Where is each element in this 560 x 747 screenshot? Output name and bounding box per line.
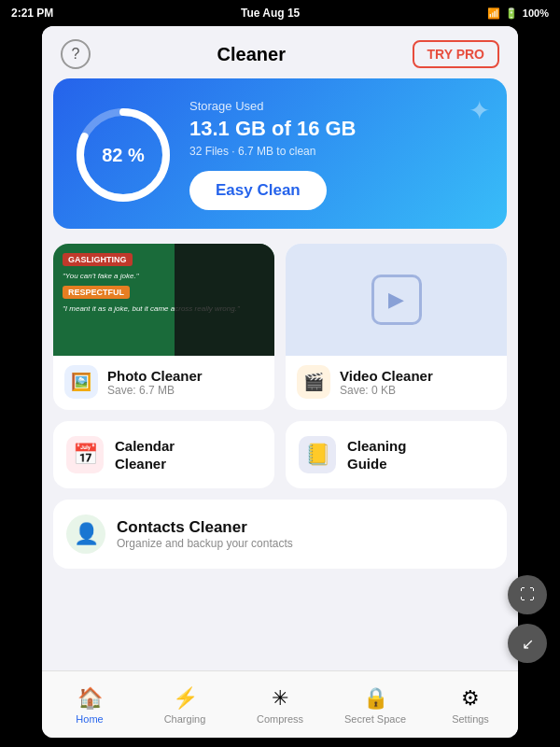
contacts-cleaner-card[interactable]: 👤 Contacts Cleaner Organize and backup y… — [53, 500, 507, 569]
status-indicators: 📶 🔋 100% — [487, 7, 549, 20]
bottom-cards: 📅 CalendarCleaner 📒 CleaningGuide — [53, 421, 507, 488]
compress-icon: ✳ — [272, 686, 288, 711]
secret-space-icon: 🔒 — [363, 686, 388, 711]
video-cleaner-save: Save: 0 KB — [340, 384, 433, 397]
storage-files: 32 Files · 6.7 MB to clean — [189, 145, 488, 158]
respectful-label: RESPECTFUL — [63, 286, 130, 299]
contacts-info: Contacts Cleaner Organize and backup you… — [117, 518, 293, 550]
battery-icon: 🔋 — [505, 7, 518, 20]
nav-compress-label: Compress — [257, 713, 303, 725]
gas-label: GASLIGHTING — [63, 253, 133, 266]
nav-charging-label: Charging — [164, 713, 206, 725]
nav-settings[interactable]: ⚙ Settings — [423, 686, 518, 725]
page-title: Cleaner — [217, 44, 286, 65]
scroll-content: 82 % Storage Used 13.1 GB of 16 GB 32 Fi… — [42, 78, 518, 670]
home-icon: 🏠 — [77, 686, 103, 711]
settings-icon: ⚙ — [461, 686, 480, 711]
wifi-icon: 📶 — [487, 7, 500, 20]
video-cleaner-info: 🎬 Video Cleaner Save: 0 KB — [286, 356, 507, 410]
bottom-nav: 🏠 Home ⚡ Charging ✳ Compress 🔒 Secret Sp… — [42, 670, 518, 738]
calendar-cleaner-card[interactable]: 📅 CalendarCleaner — [53, 421, 274, 488]
status-date: Tue Aug 15 — [241, 7, 300, 20]
help-button[interactable]: ? — [61, 39, 91, 69]
feature-grid: GASLIGHTING "You can't fake a joke." RES… — [53, 244, 507, 410]
contacts-sub: Organize and backup your contacts — [117, 537, 293, 550]
photo-cleaner-name: Photo Cleaner — [107, 368, 203, 384]
storage-percent: 82 % — [102, 144, 145, 165]
storage-info: Storage Used 13.1 GB of 16 GB 32 Files ·… — [189, 99, 488, 210]
photo-cleaner-card[interactable]: GASLIGHTING "You can't fake a joke." RES… — [53, 244, 274, 410]
help-icon: ? — [72, 46, 80, 63]
storage-card: 82 % Storage Used 13.1 GB of 16 GB 32 Fi… — [53, 78, 507, 229]
nav-secret-label: Secret Space — [344, 713, 406, 725]
guide-icon: 📒 — [299, 436, 336, 473]
video-thumbnail: ▶ — [286, 244, 507, 356]
app-container: ? Cleaner TRY PRO 82 % Storage Used 13.1… — [42, 26, 518, 738]
photo-cleaner-info: 🖼️ Photo Cleaner Save: 6.7 MB — [53, 356, 274, 410]
fab-expand[interactable]: ⛶ — [508, 575, 547, 614]
calendar-icon: 📅 — [66, 436, 104, 473]
nav-home-label: Home — [76, 713, 103, 725]
storage-circle: 82 % — [72, 104, 175, 206]
photo-thumbnail: GASLIGHTING "You can't fake a joke." RES… — [53, 244, 274, 356]
cleaning-guide-name: CleaningGuide — [347, 437, 406, 473]
charging-icon: ⚡ — [173, 686, 198, 711]
easy-clean-button[interactable]: Easy Clean — [189, 171, 327, 210]
fab-container: ⛶ ↙ — [508, 575, 547, 663]
status-time: 2:21 PM — [11, 7, 53, 20]
storage-amount: 13.1 GB of 16 GB — [189, 117, 488, 141]
contacts-icon: 👤 — [66, 514, 105, 554]
photo-icon: 🖼️ — [64, 365, 98, 399]
battery-percent: 100% — [523, 7, 549, 19]
try-pro-button[interactable]: TRY PRO — [413, 40, 499, 68]
nav-charging[interactable]: ⚡ Charging — [137, 686, 232, 725]
status-bar: 2:21 PM Tue Aug 15 📶 🔋 100% — [0, 0, 560, 26]
contacts-name: Contacts Cleaner — [117, 518, 293, 537]
nav-compress[interactable]: ✳ Compress — [232, 686, 328, 725]
video-cleaner-name: Video Cleaner — [340, 368, 433, 384]
storage-used-label: Storage Used — [189, 99, 488, 113]
cleaning-guide-card[interactable]: 📒 CleaningGuide — [286, 421, 507, 488]
fab-collapse[interactable]: ↙ — [508, 624, 547, 663]
calendar-cleaner-name: CalendarCleaner — [115, 437, 175, 473]
header: ? Cleaner TRY PRO — [42, 26, 518, 78]
nav-settings-label: Settings — [452, 713, 489, 725]
photo-cleaner-save: Save: 6.7 MB — [107, 384, 203, 397]
video-cleaner-card[interactable]: ▶ 🎬 Video Cleaner Save: 0 KB — [286, 244, 507, 410]
nav-secret-space[interactable]: 🔒 Secret Space — [328, 686, 423, 725]
nav-home[interactable]: 🏠 Home — [42, 686, 137, 725]
play-icon: ▶ — [371, 275, 422, 325]
video-icon: 🎬 — [297, 365, 330, 399]
